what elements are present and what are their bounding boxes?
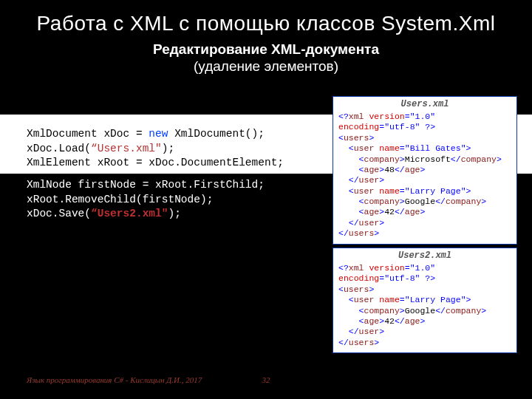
xml-line: </users> [338,338,511,348]
xml-box-users2: Users2.xml <?xml version="1.0" encoding=… [332,248,517,353]
xml-box-header: Users.xml [338,99,511,110]
code-block-upper: XmlDocument xDoc = new XmlDocument(); xD… [27,127,284,171]
footer-text: Язык программирования C# - Кислицын Д.И.… [27,375,202,384]
xml-line: </users> [338,228,511,239]
xml-line: </user> [338,175,511,185]
xml-line: <company>Google</company> [338,306,511,316]
slide: Работа с XML с помощью классов System.Xm… [0,0,532,399]
xml-line: <user name="Larry Page"> [338,186,511,197]
xml-line: <age>42</age> [338,316,511,327]
xml-line: <company>Microsoft</company> [338,154,511,165]
xml-line: </user> [338,218,511,228]
xml-line: <age>42</age> [338,207,511,217]
xml-line: <user name="Larry Page"> [338,295,511,305]
xml-line: <users> [338,284,511,295]
slide-subsubtitle: (удаление элементов) [0,58,532,75]
xml-line: <?xml version="1.0" encoding="utf-8" ?> [338,263,511,284]
xml-line: <?xml version="1.0" encoding="utf-8" ?> [338,112,511,133]
slide-subtitle: Редактирование XML-документа [0,41,532,58]
xml-line: <users> [338,133,511,143]
xml-line: </user> [338,327,511,337]
xml-box-users: Users.xml <?xml version="1.0" encoding="… [332,96,517,245]
xml-line: <company>Google</company> [338,197,511,207]
code-block-lower: XmlNode firstNode = xRoot.FirstChild; xR… [27,178,265,222]
page-number: 32 [262,375,270,384]
xml-line: <user name="Bill Gates"> [338,143,511,154]
slide-title: Работа с XML с помощью классов System.Xm… [0,0,532,35]
xml-box-header: Users2.xml [338,250,511,262]
xml-line: <age>48</age> [338,165,511,175]
